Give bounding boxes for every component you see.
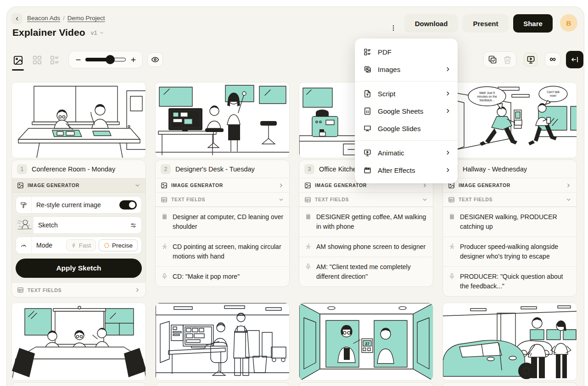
image-generator-section-header[interactable]: IMAGE GENERATOR bbox=[443, 178, 577, 193]
zoom-in-button[interactable] bbox=[129, 54, 137, 65]
frame-title[interactable]: Hallway - Wednesday bbox=[463, 165, 527, 173]
speech-bubble-line: minutes on the bbox=[477, 95, 497, 98]
storyboard-image-8[interactable] bbox=[442, 303, 577, 380]
text-field-dialogue[interactable]: CD: "Make it pop more" bbox=[156, 266, 289, 287]
table-icon bbox=[17, 287, 24, 293]
image-generator-section-header[interactable]: IMAGE GENERATOR bbox=[12, 178, 146, 193]
text-fields-section-header[interactable]: TEXT FIELDS bbox=[443, 193, 577, 207]
storyboard-image-2[interactable] bbox=[155, 82, 290, 158]
list-view-button[interactable] bbox=[48, 54, 61, 66]
app-window: Beacon Ads/Demo Project Explainer Video … bbox=[6, 6, 584, 386]
menu-item-animatic[interactable]: Animatic bbox=[355, 144, 458, 161]
select-all-button[interactable] bbox=[487, 54, 498, 65]
text-field-action[interactable]: AM showing phone screen to designer bbox=[299, 237, 433, 257]
frame-title[interactable]: Office Kitche bbox=[319, 165, 357, 173]
delete-button[interactable] bbox=[502, 54, 513, 65]
next-frame-card-stub[interactable] bbox=[442, 382, 577, 386]
chevron-right-icon bbox=[445, 149, 451, 156]
table-icon bbox=[304, 196, 311, 203]
frame-panel-1: 1 Conference Room - Monday IMAGE GENERAT… bbox=[11, 160, 146, 298]
text-field-description[interactable]: Designer at computer, CD leaning over sh… bbox=[156, 207, 289, 237]
grid-view-icon bbox=[32, 55, 42, 65]
zoom-slider-thumb[interactable] bbox=[106, 55, 115, 64]
frame-title[interactable]: Designer's Desk - Tuesday bbox=[175, 165, 255, 173]
speech-bubble-line: now! bbox=[550, 94, 556, 97]
trash-icon bbox=[503, 55, 512, 64]
table-icon bbox=[448, 196, 455, 203]
back-button[interactable] bbox=[11, 13, 22, 24]
storyboard-image-4[interactable]: Wait! Just 5 minutes on the feedback... … bbox=[442, 82, 577, 158]
clipboard-icon bbox=[448, 213, 455, 232]
storyboard-image-6[interactable] bbox=[155, 303, 290, 380]
avatar[interactable]: B bbox=[560, 14, 577, 32]
text-fields-section-header[interactable]: TEXT FIELDS bbox=[12, 283, 146, 297]
restyle-toggle[interactable] bbox=[119, 200, 137, 210]
breadcrumb-link-project[interactable]: Beacon Ads bbox=[27, 15, 60, 22]
next-frame-card-stub[interactable] bbox=[11, 382, 146, 386]
frame-number-badge: 1 bbox=[17, 164, 27, 174]
frame-title[interactable]: Conference Room - Monday bbox=[32, 165, 115, 173]
menu-item-label: Animatic bbox=[378, 149, 438, 157]
select-all-icon bbox=[488, 55, 497, 64]
table-icon bbox=[161, 196, 168, 203]
text-field-action[interactable]: CD pointing at screen, making circular m… bbox=[156, 237, 289, 266]
mode-label: Mode bbox=[36, 242, 66, 249]
breadcrumb-link-board[interactable]: Demo Project bbox=[67, 15, 105, 22]
text-fields-section-header[interactable]: TEXT FIELDS bbox=[156, 193, 289, 207]
mode-fast-button[interactable]: Fast bbox=[66, 239, 96, 251]
conference-room-illustration bbox=[12, 83, 146, 158]
eye-icon bbox=[151, 55, 159, 64]
field-text: AM showing phone screen to designer bbox=[316, 242, 426, 252]
field-text: AM: "Client texted me completely differe… bbox=[316, 262, 427, 281]
zoom-slider[interactable] bbox=[85, 58, 126, 61]
loop-button[interactable]: ∞ bbox=[545, 52, 560, 67]
next-frame-card-stub[interactable] bbox=[155, 382, 290, 386]
more-options-button[interactable] bbox=[388, 19, 398, 37]
version-selector[interactable]: v1 bbox=[91, 29, 104, 36]
next-frame-card-stub[interactable] bbox=[299, 382, 433, 386]
menu-item-google-slides[interactable]: Google Slides bbox=[355, 120, 458, 137]
apply-sketch-button[interactable]: Apply Sketch bbox=[16, 259, 142, 278]
style-settings-button[interactable] bbox=[130, 222, 137, 229]
download-button[interactable]: Download bbox=[404, 14, 458, 33]
style-row[interactable]: Sketch bbox=[16, 216, 142, 234]
active-view-underline bbox=[12, 69, 24, 71]
chevron-right-icon bbox=[134, 287, 140, 293]
toggle-knob bbox=[129, 202, 135, 208]
chevron-right-icon bbox=[445, 66, 451, 72]
animatic-preview-button[interactable] bbox=[524, 53, 538, 66]
menu-item-pdf[interactable]: PDF bbox=[355, 43, 458, 61]
text-field-action[interactable]: Producer speed-walking alongside designe… bbox=[443, 237, 577, 266]
image-generator-section-header[interactable]: IMAGE GENERATOR bbox=[156, 178, 289, 193]
frame-view-button[interactable] bbox=[11, 54, 24, 66]
grid-view-button[interactable] bbox=[31, 54, 44, 66]
menu-item-google-sheets[interactable]: Google Sheets bbox=[355, 102, 458, 120]
minus-icon bbox=[75, 57, 81, 63]
export-menu: PDF Images Script Google Sheets Google S… bbox=[355, 39, 458, 183]
field-text: DESIGNER walking, PRODUCER catching up bbox=[460, 212, 571, 232]
chevron-right-icon bbox=[445, 167, 451, 173]
collapse-sidebar-button[interactable] bbox=[566, 51, 583, 68]
menu-item-label: PDF bbox=[378, 48, 451, 56]
restyle-row: Re-style current image bbox=[16, 196, 142, 214]
visibility-button[interactable] bbox=[147, 52, 163, 67]
share-button[interactable]: Share bbox=[513, 14, 553, 33]
menu-item-label: After Effects bbox=[378, 166, 438, 174]
storyboard-image-5[interactable] bbox=[11, 303, 146, 380]
menu-item-after-effects[interactable]: After Effects bbox=[355, 161, 458, 179]
text-field-dialogue[interactable]: PRODUCER: "Quick question about the feed… bbox=[443, 266, 577, 296]
text-field-dialogue[interactable]: AM: "Client texted me completely differe… bbox=[299, 257, 433, 287]
text-field-description[interactable]: DESIGNER walking, PRODUCER catching up bbox=[443, 207, 577, 237]
mode-precise-button[interactable]: Precise bbox=[99, 239, 138, 251]
storyboard-image-7[interactable]: 37 bbox=[299, 303, 433, 380]
runner-icon bbox=[161, 243, 168, 261]
style-thumbnail bbox=[16, 217, 34, 233]
storyboard-image-1[interactable] bbox=[11, 82, 146, 158]
menu-item-script[interactable]: Script bbox=[355, 85, 458, 102]
text-field-description[interactable]: DESIGNER getting coffee, AM walking in w… bbox=[299, 207, 433, 237]
text-fields-section-header[interactable]: TEXT FIELDS bbox=[299, 193, 433, 207]
elevator-illustration: 37 bbox=[299, 303, 433, 380]
zoom-out-button[interactable] bbox=[74, 54, 82, 65]
present-button[interactable]: Present bbox=[463, 14, 509, 33]
menu-item-images[interactable]: Images bbox=[355, 61, 458, 78]
